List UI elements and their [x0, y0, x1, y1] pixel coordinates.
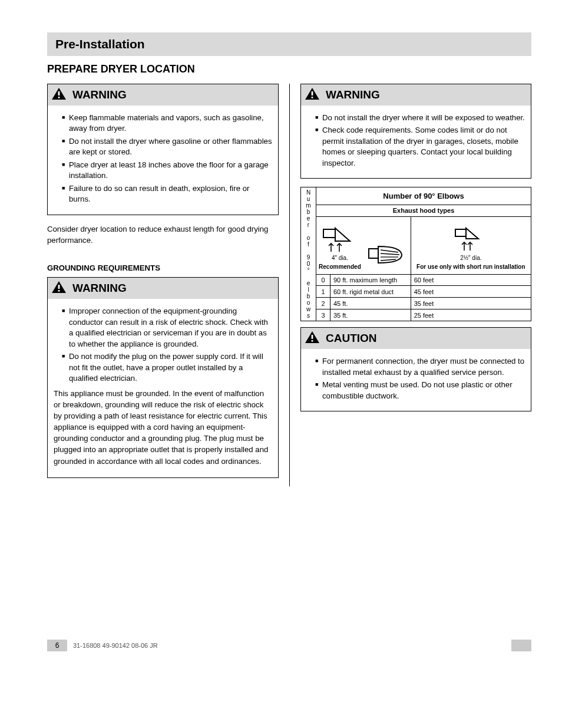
table-cell: 25 feet: [411, 309, 531, 321]
table-cell: 2: [316, 298, 330, 309]
caution-label: CAUTION: [326, 332, 377, 345]
warning-item: Do not install the dryer where gasoline …: [62, 136, 272, 158]
warning-weather: WARNING Do not install the dryer where i…: [300, 84, 531, 179]
table-cell: 35 feet: [411, 298, 531, 309]
location-note: Consider dryer location to reduce exhaus…: [47, 223, 279, 246]
svg-rect-7: [312, 91, 313, 95]
right-column: WARNING Do not install the dryer where i…: [290, 84, 531, 486]
page-number: 6: [47, 640, 67, 651]
alert-icon: [51, 281, 67, 296]
alert-icon: [51, 87, 67, 103]
table-cell: 0: [316, 274, 330, 286]
caution-item: Metal venting must be used. Do not use p…: [315, 380, 525, 401]
table-subhead: Exhaust hood types: [316, 205, 531, 216]
warning-item: Do not install the dryer where it will b…: [315, 113, 525, 123]
warning-item: Improper connection of the equipment-gro…: [62, 306, 272, 350]
footer-tail: [511, 640, 531, 651]
svg-rect-2: [58, 97, 60, 98]
warning-item: Place dryer at least 18 inches above the…: [62, 160, 272, 182]
warning-label: WARNING: [72, 88, 127, 101]
svg-rect-8: [312, 97, 313, 98]
alert-icon: [305, 331, 320, 346]
exhaust-length-table: N u m b e r o f 9 0 ° e l b o w s Number…: [300, 187, 531, 321]
warning-item: Keep flammable materials and vapors, suc…: [62, 113, 272, 134]
warning-item: Check code requirements. Some codes limi…: [315, 125, 525, 169]
table-cell: 45 feet: [411, 286, 531, 298]
hood-caption: 2½" dia.: [460, 255, 481, 262]
svg-rect-23: [312, 335, 313, 339]
warning-label: WARNING: [326, 88, 380, 101]
warning-fire: WARNING Keep flammable materials and vap…: [47, 84, 279, 215]
caution-vent: CAUTION For permanent connection, the dr…: [300, 327, 531, 411]
warning-item: Do not modify the plug on the power supp…: [62, 351, 272, 384]
warning-item: This appliance must be grounded. In the …: [54, 388, 272, 467]
exhaust-hood-icon: [366, 243, 408, 270]
page-title: Pre-Installation: [55, 37, 145, 51]
exhaust-hood-icon: [322, 226, 358, 253]
table-cell: 45 ft.: [330, 298, 411, 309]
warning-label: WARNING: [72, 282, 127, 295]
alert-icon: [305, 87, 320, 103]
svg-rect-13: [369, 249, 378, 258]
warning-item: Failure to do so can result in death, ex…: [62, 183, 272, 205]
table-cell: 90 ft. maximum length: [330, 274, 411, 286]
svg-marker-10: [335, 228, 350, 241]
svg-rect-4: [58, 285, 60, 289]
table-cell: 60 feet: [411, 274, 531, 286]
svg-rect-9: [323, 229, 335, 238]
svg-rect-1: [58, 91, 60, 95]
table-cell: 3: [316, 309, 330, 321]
warning-grounding: WARNING Improper connection of the equip…: [47, 277, 279, 477]
table-title: Number of 90° Elbows: [316, 187, 531, 205]
hood-caption: 4" dia.: [332, 255, 348, 262]
table-cell: 1: [316, 286, 330, 298]
subheading-grounding: GROUNDING REQUIREMENTS: [47, 262, 279, 274]
svg-marker-19: [466, 228, 478, 239]
table-side-label: N u m b e r o f 9 0 ° e l b o w s: [301, 187, 316, 321]
caution-item: For permanent connection, the dryer must…: [315, 356, 525, 378]
svg-rect-18: [455, 229, 466, 236]
svg-rect-5: [58, 290, 60, 292]
exhaust-hood-icon: [454, 226, 488, 253]
table-cell: 60 ft. rigid metal duct: [330, 286, 411, 298]
hood-label: For use only with short run installation: [416, 263, 525, 271]
left-column: WARNING Keep flammable materials and vap…: [47, 84, 290, 486]
page-title-bar: Pre-Installation: [47, 32, 531, 56]
svg-rect-24: [312, 340, 313, 342]
doc-id: 31-16808 49-90142 08-06 JR: [73, 642, 511, 649]
page-footer: 6 31-16808 49-90142 08-06 JR: [47, 640, 531, 651]
section-heading: PREPARE DRYER LOCATION: [47, 63, 531, 75]
hood-label: Recommended: [319, 263, 361, 271]
table-cell: 35 ft.: [330, 309, 411, 321]
